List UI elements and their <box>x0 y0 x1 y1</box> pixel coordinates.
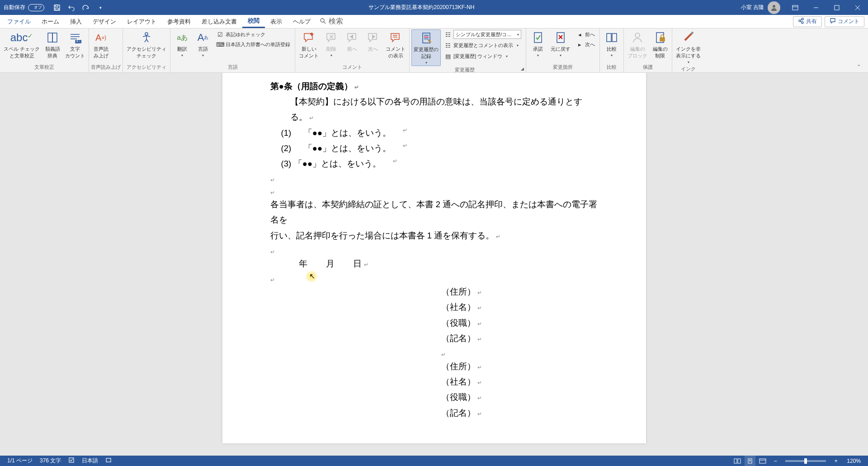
svg-point-12 <box>802 18 803 20</box>
reject-button[interactable]: 元に戻す▾ <box>549 29 572 58</box>
ime-register-button[interactable]: ⌨日本語入力辞書への単語登録 <box>214 39 293 49</box>
autosave-toggle[interactable]: 自動保存 オフ <box>4 4 44 11</box>
tell-me-search[interactable]: 検索 <box>316 15 347 28</box>
close-icon[interactable] <box>847 0 868 15</box>
ribbon-tabs: ファイル ホーム 挿入 デザイン レイアウト 参考資料 差し込み文書 校閲 表示… <box>0 15 868 29</box>
compare-button[interactable]: 比較▾ <box>602 29 622 58</box>
qat-more-icon[interactable]: ▾ <box>94 0 107 15</box>
accept-icon <box>531 30 545 45</box>
show-comments-icon <box>388 30 403 45</box>
compare-icon <box>604 30 619 45</box>
autosave-state: オフ <box>28 4 44 11</box>
block-authors-button[interactable]: 編集の ブロック <box>626 29 649 60</box>
readaloud-button[interactable]: A»)音声読 み上げ <box>91 29 111 60</box>
next-comment-button[interactable]: 次へ <box>363 29 383 53</box>
comments-label: コメント <box>838 18 859 25</box>
tab-review[interactable]: 校閲 <box>242 15 265 28</box>
group-language: aあ翻訳▾ Aあ言語▾ ☑表記ゆれチェック ⌨日本語入力辞書への単語登録 言語 <box>170 29 295 72</box>
pane-icon: ▤ <box>444 52 452 60</box>
group-label-language: 言語 <box>172 63 293 71</box>
save-icon[interactable] <box>51 0 63 15</box>
show-comments-button[interactable]: コメント の表示 <box>384 29 407 60</box>
group-label-changes: 変更箇所 <box>528 63 598 71</box>
translate-button[interactable]: aあ翻訳▾ <box>172 29 192 58</box>
prev-comment-icon <box>345 30 359 45</box>
undo-icon[interactable] <box>65 0 78 15</box>
group-proofing: abc✓スペル チェック と文章校正 類義語 辞典 123文字 カウント 文章校… <box>0 29 89 72</box>
svg-text:+: + <box>310 31 313 38</box>
share-button[interactable]: 共有 <box>793 16 822 27</box>
group-protect: 編集の ブロック 編集の 制限 保護 <box>624 29 672 72</box>
language-icon: Aあ <box>196 30 210 45</box>
svg-rect-16 <box>52 33 57 42</box>
redo-icon[interactable] <box>80 0 92 15</box>
tab-file[interactable]: ファイル <box>2 15 36 28</box>
tracking-dialog-launcher[interactable]: ◢ <box>518 67 524 71</box>
prev-change-icon: ◂ <box>576 31 583 38</box>
hide-ink-icon <box>681 30 696 45</box>
svg-rect-7 <box>835 5 839 10</box>
wordcount-icon: 123 <box>68 30 82 45</box>
group-tracking: 変更履歴の 記録▾ ☷シンプルな変更履歴/コ…▾ ☷変更履歴とコメントの表示▾ … <box>410 29 526 72</box>
thesaurus-button[interactable]: 類義語 辞典 <box>42 29 62 60</box>
accept-button[interactable]: 承諾▾ <box>528 29 548 58</box>
reject-icon <box>553 30 568 45</box>
track-changes-button[interactable]: 変更履歴の 記録▾ <box>411 29 441 66</box>
consistency-button[interactable]: ☑表記ゆれチェック <box>214 29 293 39</box>
group-label-tracking: 変更履歴◢ <box>411 66 524 73</box>
comments-button[interactable]: コメント <box>825 16 864 27</box>
restrict-editing-button[interactable]: 編集の 制限 <box>650 29 670 60</box>
prev-comment-button[interactable]: 前へ <box>342 29 362 53</box>
svg-rect-35 <box>607 33 611 42</box>
show-markup-icon: ☷ <box>444 42 452 49</box>
hide-ink-button[interactable]: インクを非 表示にする▾ <box>674 29 703 65</box>
show-markup-button[interactable]: ☷変更履歴とコメントの表示▾ <box>442 40 524 50</box>
svg-rect-15 <box>48 33 52 42</box>
markup-view-icon: ☷ <box>444 31 452 38</box>
svg-point-14 <box>802 22 803 24</box>
accessibility-button[interactable]: アクセシビリティ チェック <box>125 29 168 60</box>
svg-rect-2 <box>55 8 59 10</box>
next-change-button[interactable]: ▸次へ <box>573 39 598 49</box>
svg-rect-39 <box>660 38 665 41</box>
consistency-icon: ☑ <box>217 31 224 38</box>
ribbon-display-icon[interactable] <box>785 0 806 15</box>
collapse-ribbon-icon[interactable]: ⌃ <box>853 63 864 71</box>
tab-references[interactable]: 参考資料 <box>162 15 196 28</box>
delete-comment-icon <box>324 30 339 45</box>
maximize-icon[interactable] <box>826 0 847 15</box>
wordcount-button[interactable]: 123文字 カウント <box>63 29 87 60</box>
svg-line-11 <box>324 22 326 24</box>
group-label-compare: 比較 <box>602 63 622 71</box>
svg-rect-4 <box>793 5 798 10</box>
share-icon <box>798 18 804 25</box>
tab-mailings[interactable]: 差し込み文書 <box>196 15 242 28</box>
tab-home[interactable]: ホーム <box>36 15 65 28</box>
user-badge[interactable]: 小室 吉隆 <box>736 1 785 14</box>
spellcheck-icon: abc✓ <box>14 30 29 45</box>
svg-rect-36 <box>612 33 617 42</box>
language-button[interactable]: Aあ言語▾ <box>193 29 213 58</box>
tab-insert[interactable]: 挿入 <box>65 15 87 28</box>
delete-comment-button[interactable]: 削除▾ <box>321 29 341 58</box>
tab-layout[interactable]: レイアウト <box>122 15 162 28</box>
title-bar: 自動保存 オフ ▾ サンプル業務委託基本契約20200713KF-NH 小室 吉… <box>0 0 868 15</box>
group-changes: 承諾▾ 元に戻す▾ ◂前へ ▸次へ 変更箇所 <box>526 29 600 72</box>
tab-help[interactable]: ヘルプ <box>288 15 316 28</box>
svg-point-10 <box>321 19 324 22</box>
svg-point-13 <box>799 20 801 22</box>
new-comment-icon: + <box>302 30 316 45</box>
svg-point-21 <box>145 33 148 35</box>
display-for-review-combo[interactable]: ☷シンプルな変更履歴/コ…▾ <box>442 29 524 39</box>
group-speech: A»)音声読 み上げ 音声読み上げ <box>89 29 123 72</box>
spelling-button[interactable]: abc✓スペル チェック と文章校正 <box>2 29 42 60</box>
minimize-icon[interactable] <box>806 0 826 15</box>
reviewing-pane-button[interactable]: ▤[変更履歴] ウィンドウ▾ <box>442 51 524 61</box>
prev-change-button[interactable]: ◂前へ <box>573 29 598 39</box>
tab-design[interactable]: デザイン <box>87 15 122 28</box>
new-comment-button[interactable]: +新しい コメント <box>297 29 321 60</box>
group-ink: インクを非 表示にする▾ インク <box>672 29 704 72</box>
group-label-speech: 音声読み上げ <box>91 63 121 71</box>
tab-view[interactable]: 表示 <box>265 15 288 28</box>
thesaurus-icon <box>45 30 60 45</box>
